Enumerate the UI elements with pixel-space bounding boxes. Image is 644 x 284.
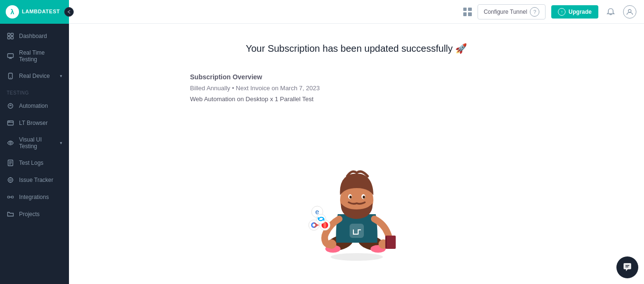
svg-rect-2	[8, 37, 10, 39]
sidebar-item-automation[interactable]: Automation	[0, 97, 69, 114]
collapse-sidebar-button[interactable]	[64, 7, 74, 17]
topbar: Configure Tunnel ? ↑ Upgrade	[69, 0, 644, 24]
subscription-billing: Billed Annually • Next Invoice on March …	[190, 85, 523, 92]
configure-tunnel-label: Configure Tunnel	[484, 9, 527, 15]
logo-icon: λ	[6, 5, 19, 19]
svg-point-39	[349, 196, 351, 199]
svg-rect-25	[8, 196, 10, 198]
svg-rect-26	[11, 196, 13, 198]
chat-support-button[interactable]	[616, 256, 638, 278]
svg-point-28	[628, 9, 631, 12]
sidebar-logo: λ LAMBDATEST	[6, 5, 60, 19]
success-illustration: e	[297, 122, 416, 264]
notifications-icon[interactable]	[604, 5, 617, 19]
svg-point-40	[362, 196, 365, 199]
sidebar-item-lt-browser-label: LT Browser	[19, 120, 62, 126]
sidebar-item-dashboard-label: Dashboard	[19, 33, 62, 39]
logs-icon	[7, 159, 14, 167]
svg-point-29	[331, 253, 383, 261]
sidebar-item-dashboard[interactable]: Dashboard	[0, 28, 69, 45]
success-text: Your Subscription has been updated succe…	[246, 43, 468, 54]
svg-point-9	[8, 104, 13, 108]
sidebar-header: λ LAMBDATEST	[0, 0, 69, 24]
svg-rect-10	[8, 121, 13, 125]
upgrade-label: Upgrade	[568, 9, 592, 15]
svg-rect-1	[11, 33, 13, 36]
upgrade-button[interactable]: ↑ Upgrade	[551, 5, 598, 19]
sidebar-item-issue-tracker[interactable]: Issue Tracker	[0, 171, 69, 189]
svg-rect-4	[8, 54, 13, 57]
sidebar-item-real-time-testing-label: Real Time Testing	[19, 49, 62, 63]
issue-tracker-icon	[7, 176, 14, 184]
sidebar: λ LAMBDATEST Dashboard	[0, 0, 69, 284]
sidebar-item-projects-label: Projects	[19, 211, 62, 218]
integrations-icon	[7, 193, 14, 201]
sidebar-item-issue-tracker-label: Issue Tracker	[19, 177, 62, 183]
help-icon[interactable]: ?	[530, 7, 539, 17]
monitor-icon	[7, 52, 14, 60]
sidebar-item-automation-label: Automation	[19, 103, 62, 109]
svg-rect-44	[386, 237, 387, 248]
user-avatar-icon[interactable]	[623, 5, 636, 19]
svg-point-14	[10, 142, 11, 144]
visual-ui-arrow: ▾	[60, 141, 62, 145]
main-content: Your Subscription has been updated succe…	[69, 24, 644, 284]
sidebar-item-real-time-testing[interactable]: Real Time Testing	[0, 45, 69, 67]
svg-text:e: e	[315, 208, 319, 216]
sidebar-item-real-device-label: Real Device	[19, 73, 55, 79]
subscription-plan: Web Automation on Desktop x 1 Parallel T…	[190, 95, 523, 103]
automation-icon	[7, 102, 14, 110]
sidebar-item-test-logs[interactable]: Test Logs	[0, 154, 69, 171]
sidebar-item-visual-ui-testing-label: Visual UI Testing	[19, 136, 55, 150]
svg-point-13	[10, 121, 10, 122]
browser-icon	[7, 119, 14, 127]
svg-point-19	[8, 178, 13, 182]
illustration-area: e	[297, 122, 416, 264]
sidebar-item-projects[interactable]: Projects	[0, 206, 69, 223]
sidebar-nav: Dashboard Real Time Testing Real Devi	[0, 24, 69, 284]
grid-icon[interactable]	[463, 8, 472, 16]
subscription-overview-title: Subscription Overview	[190, 73, 523, 81]
logo-text: LAMBDATEST	[22, 9, 60, 15]
svg-point-41	[327, 239, 336, 249]
device-icon	[7, 72, 14, 80]
subscription-overview: Subscription Overview Billed Annually • …	[190, 73, 523, 103]
folder-icon	[7, 210, 14, 218]
svg-point-12	[9, 121, 9, 122]
dashboard-icon	[7, 32, 14, 40]
sidebar-item-visual-ui-testing[interactable]: Visual UI Testing ▾	[0, 132, 69, 154]
real-device-arrow: ▾	[60, 74, 62, 78]
svg-point-20	[10, 179, 11, 181]
configure-tunnel-button[interactable]: Configure Tunnel ?	[478, 4, 546, 19]
sidebar-item-test-logs-label: Test Logs	[19, 160, 62, 166]
success-message: Your Subscription has been updated succe…	[246, 43, 468, 54]
svg-rect-43	[385, 236, 396, 249]
svg-point-49	[312, 224, 315, 227]
upgrade-icon: ↑	[558, 8, 566, 16]
sidebar-item-lt-browser[interactable]: LT Browser	[0, 114, 69, 132]
svg-rect-34	[350, 224, 364, 238]
sidebar-item-integrations[interactable]: Integrations	[0, 189, 69, 206]
sidebar-item-integrations-label: Integrations	[19, 194, 62, 200]
svg-rect-0	[8, 33, 10, 36]
sidebar-section-testing: Testing	[0, 85, 69, 97]
eye-icon	[7, 139, 14, 147]
svg-point-8	[10, 77, 11, 78]
sidebar-item-real-device[interactable]: Real Device ▾	[0, 67, 69, 85]
svg-rect-3	[11, 37, 13, 39]
